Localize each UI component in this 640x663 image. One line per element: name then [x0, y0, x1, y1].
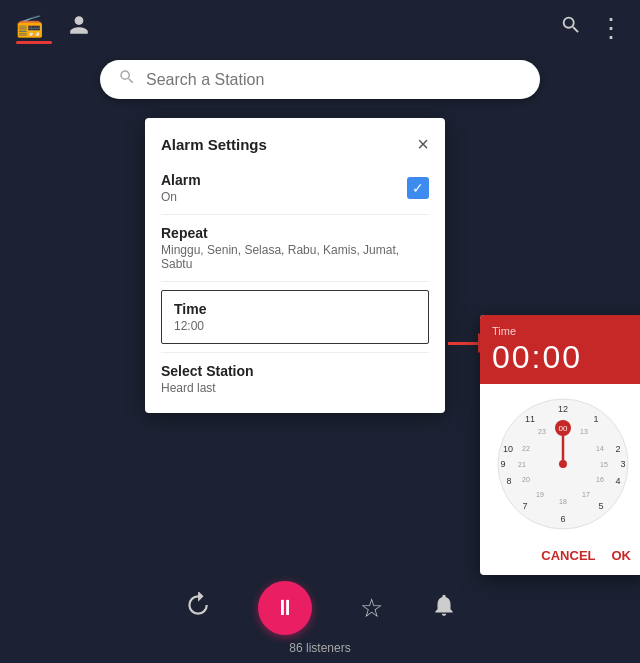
svg-text:20: 20 — [522, 476, 530, 483]
time-picker: Time 00:00 12 1 2 3 4 5 6 7 8 — [480, 315, 640, 575]
svg-text:17: 17 — [582, 491, 590, 498]
topbar-right: ⋮ — [560, 13, 624, 44]
svg-text:4: 4 — [615, 476, 620, 486]
pause-button[interactable]: ⏸ — [258, 581, 312, 635]
topbar-left: 📻 — [16, 13, 90, 44]
alarm-status: On — [161, 190, 201, 204]
radio-underline — [16, 41, 52, 44]
time-label: Time — [174, 301, 416, 317]
cancel-button[interactable]: CANCEL — [537, 544, 599, 567]
radio-icon[interactable]: 📻 — [16, 13, 52, 39]
svg-text:22: 22 — [522, 445, 530, 452]
search-bar — [100, 60, 540, 99]
alarm-label-group: Alarm On — [161, 172, 201, 204]
svg-text:1: 1 — [593, 414, 598, 424]
notification-icon[interactable] — [431, 592, 457, 624]
alarm-dialog-title: Alarm Settings — [161, 136, 267, 153]
alarm-label: Alarm — [161, 172, 201, 188]
svg-text:12: 12 — [557, 404, 567, 414]
history-icon[interactable] — [184, 592, 210, 624]
svg-text:6: 6 — [560, 514, 565, 524]
svg-text:23: 23 — [538, 428, 546, 435]
bottom-controls: ⏸ ☆ — [184, 581, 457, 635]
time-picker-actions: CANCEL OK — [480, 540, 640, 575]
alarm-row: Alarm On ✓ — [145, 162, 445, 214]
more-icon[interactable]: ⋮ — [598, 13, 624, 44]
clock-svg: 12 1 2 3 4 5 6 7 8 9 10 11 00 13 — [493, 394, 633, 534]
station-label: Select Station — [161, 363, 429, 379]
topbar: 📻 ⋮ — [0, 0, 640, 56]
alarm-checkbox[interactable]: ✓ — [407, 177, 429, 199]
repeat-days: Minggu, Senin, Selasa, Rabu, Kamis, Juma… — [161, 243, 429, 271]
svg-text:19: 19 — [536, 491, 544, 498]
svg-text:2: 2 — [615, 444, 620, 454]
search-icon — [118, 68, 136, 91]
time-row[interactable]: Time 12:00 — [161, 290, 429, 344]
favorite-icon[interactable]: ☆ — [360, 593, 383, 624]
pause-icon: ⏸ — [274, 595, 296, 621]
repeat-row: Repeat Minggu, Senin, Selasa, Rabu, Kami… — [145, 215, 445, 281]
ok-button[interactable]: OK — [608, 544, 636, 567]
time-picker-label: Time — [492, 325, 633, 337]
alarm-dialog-header: Alarm Settings × — [145, 118, 445, 162]
search-topbar-icon[interactable] — [560, 14, 582, 42]
svg-text:16: 16 — [596, 476, 604, 483]
svg-text:8: 8 — [506, 476, 511, 486]
svg-text:11: 11 — [524, 414, 534, 424]
arrow-line — [448, 342, 478, 345]
svg-text:9: 9 — [500, 459, 505, 469]
svg-text:3: 3 — [620, 459, 625, 469]
svg-point-28 — [559, 460, 567, 468]
bottom-bar: ⏸ ☆ 86 listeners — [0, 573, 640, 663]
clock-face[interactable]: 12 1 2 3 4 5 6 7 8 9 10 11 00 13 — [493, 394, 633, 534]
alarm-dialog: Alarm Settings × Alarm On ✓ Repeat Mingg… — [145, 118, 445, 413]
svg-text:5: 5 — [598, 501, 603, 511]
listeners-label: 86 listeners — [289, 641, 350, 655]
time-picker-display[interactable]: 00:00 — [492, 339, 633, 376]
station-sub: Heard last — [161, 381, 429, 395]
repeat-label: Repeat — [161, 225, 429, 241]
svg-text:10: 10 — [502, 444, 512, 454]
time-picker-header: Time 00:00 — [480, 315, 640, 384]
user-icon[interactable] — [68, 14, 90, 42]
search-input[interactable] — [146, 71, 522, 89]
svg-text:13: 13 — [580, 428, 588, 435]
svg-text:21: 21 — [518, 461, 526, 468]
topbar-radio-section: 📻 — [16, 13, 52, 44]
svg-text:14: 14 — [596, 445, 604, 452]
close-button[interactable]: × — [417, 134, 429, 154]
svg-text:15: 15 — [600, 461, 608, 468]
search-bar-wrap — [100, 60, 540, 99]
svg-text:00: 00 — [558, 424, 567, 433]
svg-text:7: 7 — [522, 501, 527, 511]
station-row[interactable]: Select Station Heard last — [145, 353, 445, 405]
time-value: 12:00 — [174, 319, 416, 333]
svg-text:18: 18 — [559, 498, 567, 505]
divider-2 — [161, 281, 429, 282]
